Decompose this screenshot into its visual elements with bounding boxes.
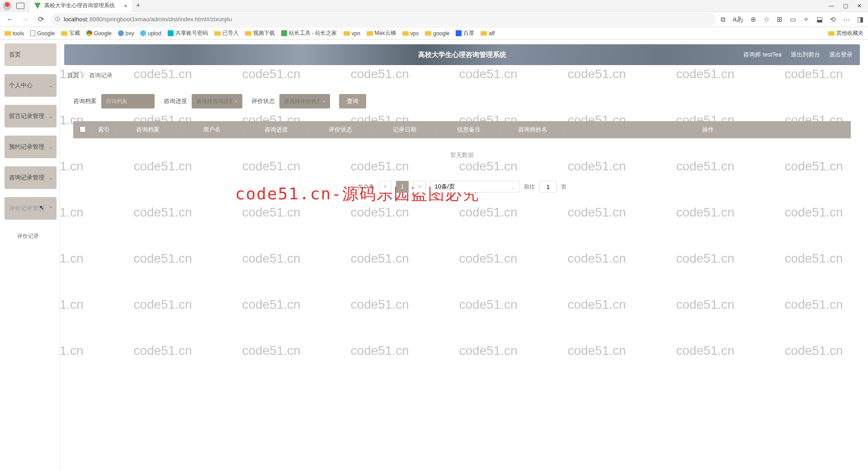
th-index: 索引 (92, 126, 116, 134)
chevron-down-icon: ⌄ (49, 83, 53, 89)
status-label: 评价状态 (251, 97, 275, 105)
breadcrumb-home[interactable]: 首页 (67, 72, 79, 79)
bookmark-other[interactable]: 其他收藏夹 (828, 29, 863, 37)
close-tab-icon[interactable]: × (124, 2, 127, 9)
translate-icon[interactable]: aあ (733, 15, 743, 24)
downloads-icon[interactable]: ⬓ (816, 15, 823, 24)
archive-label: 咨询档案 (73, 97, 97, 105)
url-host: localhost: (64, 16, 89, 23)
menu-consultations[interactable]: 咨询记录管理⌄ (5, 166, 57, 189)
chevron-down-icon: ⌄ (49, 144, 53, 150)
fav-list-icon[interactable]: ✧ (803, 15, 809, 24)
browser-tab[interactable]: 高校大学生心理咨询管理系统 × (30, 0, 132, 12)
status-select[interactable] (279, 94, 330, 108)
bookmark-zhanzhang[interactable]: 站长工具 - 站长之家 (281, 29, 337, 37)
bookmark-google[interactable]: Google (86, 30, 112, 37)
sync-icon[interactable]: ⟲ (830, 15, 836, 24)
bookmark-bxy[interactable]: bxy (118, 30, 134, 37)
pager-next[interactable]: > (413, 181, 426, 193)
forward-button[interactable]: → (20, 14, 31, 25)
bookmark-vps[interactable]: vps (402, 30, 419, 37)
filter-bar: 咨询档案 咨询进度 评价状态 查询 (64, 86, 860, 117)
back-button[interactable]: ← (5, 14, 15, 25)
profile-icon[interactable] (3, 1, 12, 10)
chevron-down-icon: ⌄ (49, 175, 53, 181)
bookmark-vpn[interactable]: vpn (344, 30, 360, 37)
pager-page-1[interactable]: 1 (396, 181, 409, 193)
pager-prev[interactable]: < (379, 181, 392, 193)
zoom-icon[interactable]: ⊕ (750, 15, 756, 24)
bookmark-google-folder[interactable]: google (425, 30, 449, 37)
extensions-icon[interactable]: ⊞ (777, 15, 783, 24)
pager-size-select[interactable] (430, 181, 519, 193)
reload-button[interactable]: ⟳ (35, 14, 46, 25)
th-date: 记录日期 (373, 126, 437, 134)
bookmark-share-pwd[interactable]: 共享账号密码 (168, 29, 208, 37)
collections-icon[interactable]: ▭ (790, 15, 796, 24)
pager-goto-suffix: 页 (561, 183, 566, 191)
more-icon[interactable]: ⋯ (843, 15, 850, 24)
progress-select[interactable] (192, 94, 242, 108)
vue-favicon-icon (34, 3, 41, 9)
chevron-up-icon: ⌃ (49, 206, 53, 212)
pager-total: 共 0 条 (358, 183, 374, 191)
chevron-down-icon: ⌄ (49, 113, 53, 119)
select-all-checkbox[interactable] (80, 126, 86, 132)
data-table: 索引 咨询档案 用户名 咨询进度 评价状态 记录日期 信息备注 咨询师姓名 操作… (73, 121, 851, 172)
tab-overview-icon[interactable] (16, 3, 24, 9)
archive-input[interactable] (101, 94, 155, 108)
bookmark-treasure[interactable]: 宝藏 (61, 29, 80, 37)
th-ops: 操作 (565, 126, 851, 134)
th-checkbox (73, 126, 92, 134)
app-header: 高校大学生心理咨询管理系统 咨询师 testTea 退出到前台 退出登录 (64, 44, 860, 65)
bookmark-google-page[interactable]: Google (30, 30, 55, 37)
th-progress: 咨询进度 (244, 126, 308, 134)
favorite-icon[interactable]: ☆ (764, 15, 769, 24)
read-aloud-icon[interactable]: ⧉ (721, 15, 726, 24)
mouse-cursor-icon: ↖ (39, 204, 44, 211)
th-archive: 咨询档案 (116, 126, 180, 134)
pager-goto-input[interactable] (539, 181, 557, 193)
submenu-evaluation-record[interactable]: 评价记录 (5, 228, 57, 245)
bookmark-uplod[interactable]: uplod (140, 30, 161, 37)
bookmark-max[interactable]: Max云梯 (367, 29, 396, 37)
bookmark-video-dl[interactable]: 视频下载 (245, 29, 275, 37)
sidebar-toggle-icon[interactable]: ◨ (857, 15, 863, 24)
minimize-icon[interactable]: — (829, 3, 834, 9)
progress-label: 咨询进度 (164, 97, 187, 105)
table-header: 索引 咨询档案 用户名 咨询进度 评价状态 记录日期 信息备注 咨询师姓名 操作 (73, 121, 851, 138)
browser-titlebar: 高校大学生心理咨询管理系统 × + — ▢ ✕ (0, 0, 868, 12)
bookmark-imported[interactable]: 已导入 (214, 29, 239, 37)
breadcrumb: 首页 / 咨询记录 (64, 65, 860, 86)
breadcrumb-separator: / (83, 72, 85, 79)
app-title: 高校大学生心理咨询管理系统 (418, 51, 506, 59)
new-tab-button[interactable]: + (136, 1, 141, 10)
close-window-icon[interactable]: ✕ (857, 3, 862, 9)
menu-messages[interactable]: 留言记录管理⌄ (5, 105, 57, 127)
exit-to-front-button[interactable]: 退出到前台 (791, 51, 820, 59)
user-role[interactable]: 咨询师 testTea (743, 51, 782, 59)
th-consultant: 咨询师姓名 (501, 126, 565, 134)
bookmark-baidu[interactable]: 百度 (456, 29, 474, 37)
maximize-icon[interactable]: ▢ (843, 3, 848, 9)
logout-button[interactable]: 退出登录 (829, 51, 853, 59)
bookmark-tools[interactable]: tools (5, 30, 24, 37)
empty-state: 暂无数据 (73, 138, 851, 172)
breadcrumb-current: 咨询记录 (89, 72, 113, 79)
menu-appointments[interactable]: 预约记录管理⌄ (5, 136, 57, 158)
main-content: 高校大学生心理咨询管理系统 咨询师 testTea 退出到前台 退出登录 首页 … (60, 40, 868, 471)
menu-evaluations[interactable]: 评价记录管理⌃ (5, 197, 57, 220)
th-remark: 信息备注 (437, 126, 501, 134)
th-status: 评价状态 (308, 126, 373, 134)
query-button[interactable]: 查询 (339, 94, 366, 108)
th-username: 用户名 (180, 126, 244, 134)
pagination: 共 0 条 < 1 > 前往 页 (64, 181, 860, 193)
sidebar: 首页 个人中心⌄ 留言记录管理⌄ 预约记录管理⌄ 咨询记录管理⌄ 评价记录管理⌃… (0, 40, 60, 471)
menu-personal[interactable]: 个人中心⌄ (5, 74, 57, 97)
menu-home[interactable]: 首页 (5, 43, 57, 66)
bookmark-aff[interactable]: aff (481, 30, 495, 37)
pager-goto-label: 前往 (524, 183, 535, 191)
site-info-icon[interactable]: ⓘ (55, 16, 60, 23)
url-path: 8080/springboot1xmao/admin/dist/index.ht… (90, 16, 232, 23)
url-field[interactable]: ⓘ localhost:8080/springboot1xmao/admin/d… (51, 13, 716, 26)
